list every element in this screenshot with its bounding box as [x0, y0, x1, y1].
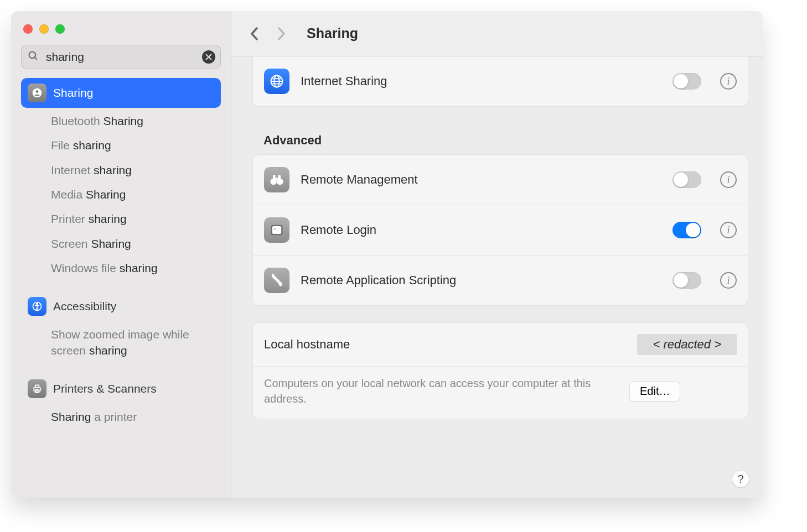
printer-icon [28, 379, 46, 398]
sidebar-item-label: Printers & Scanners [53, 382, 157, 395]
sidebar-sub-file-sharing[interactable]: File sharing [19, 133, 223, 158]
sidebar-sub-sharing-printer[interactable]: Sharing a printer [19, 405, 223, 429]
svg-point-5 [36, 90, 39, 93]
close-window-button[interactable] [23, 24, 33, 34]
sidebar-item-printers[interactable]: Printers & Scanners [21, 374, 221, 404]
back-button[interactable] [247, 23, 262, 45]
help-button[interactable]: ? [732, 470, 749, 488]
svg-point-7 [37, 304, 38, 305]
sidebar-sub-screen-sharing[interactable]: Screen Sharing [19, 232, 223, 256]
sidebar-item-label: Sharing [53, 86, 93, 100]
sidebar-sub-internet-sharing[interactable]: Internet sharing [19, 158, 223, 182]
hostname-card: Local hostname < redacted > Computers on… [252, 322, 748, 419]
forward-button[interactable] [273, 23, 289, 45]
main-pane: Sharing Internet Sharing i Advanced [231, 11, 763, 498]
sidebar: Sharing Bluetooth Sharing File sharing I… [11, 11, 231, 498]
sidebar-sub-zoomed-image[interactable]: Show zoomed image while screen sharing [19, 322, 223, 363]
row-remote-app-scripting: Remote Application Scripting i [253, 255, 748, 305]
toggle-remote-login[interactable] [672, 222, 701, 238]
fullscreen-window-button[interactable] [55, 24, 65, 34]
toggle-remote-app-scripting[interactable] [672, 272, 701, 289]
internet-sharing-card: Internet Sharing i [252, 56, 748, 107]
row-remote-login: >_ Remote Login i [253, 205, 748, 255]
terminal-icon: >_ [264, 217, 289, 243]
sidebar-list: Sharing Bluetooth Sharing File sharing I… [19, 77, 223, 498]
hostname-label: Local hostname [264, 337, 630, 352]
hostname-description-row: Computers on your local network can acce… [253, 367, 748, 419]
window-controls [19, 22, 223, 45]
search-input[interactable] [21, 45, 221, 69]
row-internet-sharing: Internet Sharing i [253, 56, 748, 106]
sidebar-item-accessibility[interactable]: Accessibility [21, 291, 221, 321]
info-button[interactable]: i [720, 171, 737, 188]
svg-rect-17 [278, 175, 281, 180]
hostname-value: < redacted > [637, 334, 737, 355]
titlebar: Sharing [231, 11, 763, 56]
svg-rect-18 [276, 178, 278, 180]
info-button[interactable]: i [720, 272, 737, 289]
sidebar-sub-bluetooth-sharing[interactable]: Bluetooth Sharing [19, 109, 223, 133]
row-label: Remote Application Scripting [301, 273, 661, 288]
hostname-description: Computers on your local network can acce… [264, 375, 618, 406]
minimize-window-button[interactable] [39, 24, 49, 34]
section-header-advanced: Advanced [252, 123, 748, 154]
row-label: Remote Management [301, 173, 661, 187]
row-local-hostname: Local hostname < redacted > [253, 323, 748, 367]
sharing-icon [28, 84, 46, 102]
search-icon [28, 50, 39, 64]
sidebar-item-sharing[interactable]: Sharing [21, 78, 221, 108]
row-label: Internet Sharing [301, 74, 661, 88]
system-settings-window: Sharing Bluetooth Sharing File sharing I… [11, 11, 763, 498]
page-title: Sharing [307, 25, 358, 41]
toggle-internet-sharing[interactable] [672, 73, 701, 90]
svg-rect-9 [35, 385, 39, 387]
edit-hostname-button[interactable]: Edit… [629, 381, 680, 401]
info-button[interactable]: i [720, 222, 737, 238]
svg-point-22 [272, 274, 275, 277]
sidebar-sub-windows-file-sharing[interactable]: Windows file sharing [19, 256, 223, 280]
svg-text:>_: >_ [273, 227, 278, 231]
sidebar-sub-printer-sharing[interactable]: Printer sharing [19, 207, 223, 231]
globe-icon [264, 69, 289, 94]
row-remote-management: Remote Management i [253, 155, 748, 205]
svg-line-1 [35, 58, 37, 60]
binoculars-icon [264, 167, 289, 192]
info-button[interactable]: i [720, 73, 737, 90]
search-container [21, 45, 221, 69]
script-icon [264, 268, 289, 293]
row-label: Remote Login [301, 223, 661, 237]
sidebar-item-label: Accessibility [53, 300, 116, 313]
clear-search-button[interactable] [202, 50, 215, 64]
svg-rect-16 [273, 175, 276, 180]
sidebar-sub-media-sharing[interactable]: Media Sharing [19, 182, 223, 207]
content-scroll[interactable]: Internet Sharing i Advanced Remote Manag… [231, 56, 763, 498]
toggle-remote-management[interactable] [672, 171, 701, 188]
svg-point-0 [29, 52, 36, 59]
advanced-card: Remote Management i >_ Remote Login i [252, 154, 748, 306]
accessibility-icon [28, 297, 46, 316]
